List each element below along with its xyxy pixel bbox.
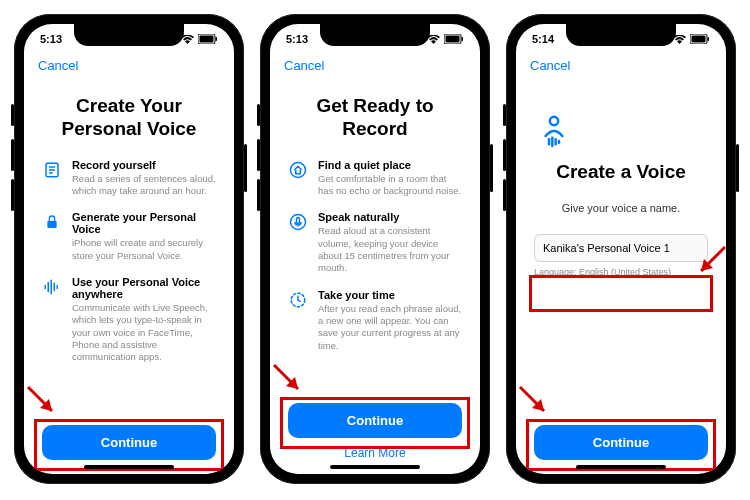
notch xyxy=(320,24,430,46)
notch xyxy=(74,24,184,46)
page-title: Create a Voice xyxy=(534,161,708,184)
item-label: Find a quiet place xyxy=(318,159,462,171)
item-label: Generate your Personal Voice xyxy=(72,211,216,235)
waveform-icon xyxy=(42,276,62,364)
info-item: Speak naturally Read aloud at a consiste… xyxy=(288,211,462,274)
item-desc: After you read each phrase aloud, a new … xyxy=(318,303,462,352)
cancel-button[interactable]: Cancel xyxy=(38,58,78,73)
svg-rect-5 xyxy=(200,36,214,43)
continue-button[interactable]: Continue xyxy=(288,403,462,438)
phone-frame-2: 5:13 Cancel Get Ready to Record Find a q… xyxy=(260,14,490,484)
voice-name-input[interactable]: Kanika's Personal Voice 1 xyxy=(534,234,708,262)
notch xyxy=(566,24,676,46)
highlight-box xyxy=(529,275,713,312)
side-button xyxy=(257,179,260,211)
side-button xyxy=(736,144,739,192)
svg-rect-37 xyxy=(692,36,706,43)
home-icon xyxy=(288,159,308,198)
svg-point-26 xyxy=(291,162,306,177)
side-button xyxy=(244,144,247,192)
item-desc: Communicate with Live Speech, which lets… xyxy=(72,302,216,364)
svg-point-39 xyxy=(550,117,558,125)
record-icon xyxy=(42,159,62,198)
svg-rect-28 xyxy=(297,218,300,224)
battery-icon xyxy=(198,34,218,44)
item-label: Speak naturally xyxy=(318,211,462,223)
side-button xyxy=(490,144,493,192)
page-subtitle: Give your voice a name. xyxy=(534,202,708,214)
info-item: Find a quiet place Get comfortable in a … xyxy=(288,159,462,198)
side-button xyxy=(257,104,260,126)
info-item: Generate your Personal Voice iPhone will… xyxy=(42,211,216,262)
lock-icon xyxy=(42,211,62,262)
side-button xyxy=(11,104,14,126)
status-time: 5:13 xyxy=(40,33,62,45)
status-time: 5:14 xyxy=(532,33,554,45)
continue-button[interactable]: Continue xyxy=(534,425,708,460)
language-label: Language: English (United States) xyxy=(534,267,708,277)
battery-icon xyxy=(444,34,464,44)
cancel-button[interactable]: Cancel xyxy=(284,58,324,73)
item-label: Record yourself xyxy=(72,159,216,171)
svg-rect-6 xyxy=(216,37,218,41)
cancel-button[interactable]: Cancel xyxy=(530,58,570,73)
svg-rect-25 xyxy=(462,37,464,41)
home-indicator xyxy=(84,465,174,469)
mic-icon xyxy=(288,211,308,274)
svg-rect-24 xyxy=(446,36,460,43)
item-desc: Read aloud at a consistent volume, keepi… xyxy=(318,225,462,274)
side-button xyxy=(503,139,506,171)
svg-rect-38 xyxy=(708,37,710,41)
phone-frame-3: 5:14 Cancel Create a Voice Give your voi… xyxy=(506,14,736,484)
svg-rect-11 xyxy=(47,221,56,228)
side-button xyxy=(257,139,260,171)
page-title: Get Ready to Record xyxy=(288,95,462,141)
home-indicator xyxy=(576,465,666,469)
info-item: Record yourself Read a series of sentenc… xyxy=(42,159,216,198)
side-button xyxy=(503,104,506,126)
side-button xyxy=(11,179,14,211)
item-label: Take your time xyxy=(318,289,462,301)
item-desc: Read a series of sentences aloud, which … xyxy=(72,173,216,198)
phone-frame-1: 5:13 Cancel Create Your Personal Voice R… xyxy=(14,14,244,484)
item-desc: iPhone will create and securely store yo… xyxy=(72,237,216,262)
page-title: Create Your Personal Voice xyxy=(42,95,216,141)
item-desc: Get comfortable in a room that has no ec… xyxy=(318,173,462,198)
voice-icon xyxy=(534,111,708,151)
home-indicator xyxy=(330,465,420,469)
battery-icon xyxy=(690,34,710,44)
timer-icon xyxy=(288,289,308,352)
side-button xyxy=(503,179,506,211)
learn-more-link[interactable]: Learn More xyxy=(288,446,462,460)
continue-button[interactable]: Continue xyxy=(42,425,216,460)
info-item: Use your Personal Voice anywhere Communi… xyxy=(42,276,216,364)
item-label: Use your Personal Voice anywhere xyxy=(72,276,216,300)
status-time: 5:13 xyxy=(286,33,308,45)
info-item: Take your time After you read each phras… xyxy=(288,289,462,352)
side-button xyxy=(11,139,14,171)
